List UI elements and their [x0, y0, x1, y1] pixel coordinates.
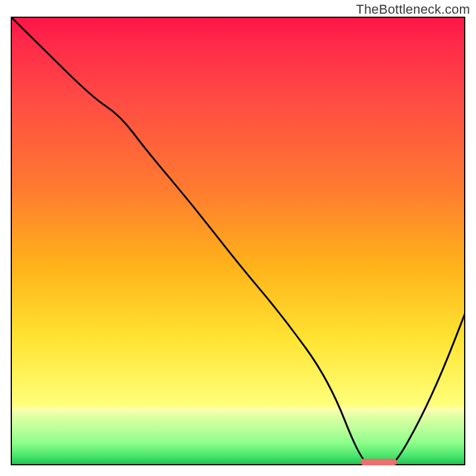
chart-plot-area — [11, 17, 465, 465]
bottleneck-curve — [11, 17, 465, 465]
watermark-text: TheBottleneck.com — [356, 2, 470, 17]
optimal-range-marker — [361, 459, 397, 465]
